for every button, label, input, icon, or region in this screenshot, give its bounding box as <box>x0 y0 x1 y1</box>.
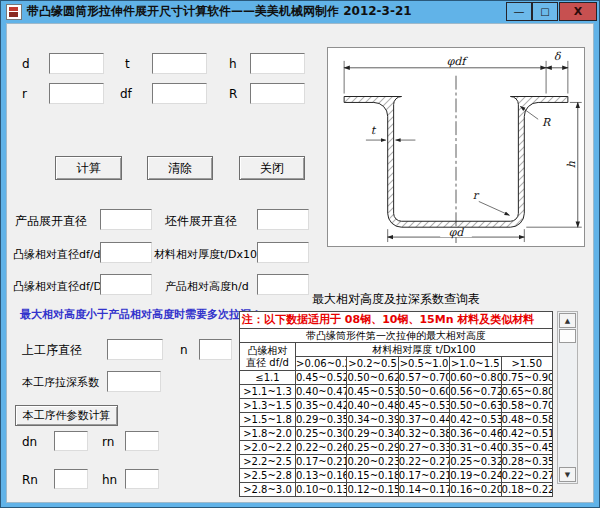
table-head-static: 注：以下数据适用于 08钢、10钢、15Mn 材料及类似材料 带凸缘筒形件第一次… <box>240 312 553 371</box>
table-cell: 0.16~0.20 <box>450 483 501 497</box>
label-dn: dn <box>22 436 37 449</box>
window-title: 带凸缘圆筒形拉伸件展开尺寸计算软件——美美机械网制作 2012-3-21 <box>27 3 412 20</box>
input-flange-ratio-dfd[interactable] <box>100 242 152 263</box>
input-rn[interactable] <box>125 431 159 451</box>
dim-label-flange-diameter: φdf <box>447 55 469 68</box>
row-label: >2.8~3.0 <box>240 483 296 497</box>
table-cell: 0.48~0.58 <box>501 413 552 427</box>
label-rn: rn <box>102 436 114 449</box>
table-row: >2.2~2.50.17~0.210.20~0.230.22~0.270.25~… <box>240 455 553 469</box>
table-cell: 0.25~0.30 <box>296 427 347 441</box>
label-Rn: Rn <box>22 474 38 487</box>
input-upper-step-diameter[interactable] <box>107 339 163 360</box>
table-cell: 0.29~0.34 <box>347 427 398 441</box>
table-cell: 0.32~0.38 <box>398 427 449 441</box>
calculate-button[interactable]: 计算 <box>55 156 122 180</box>
table-cell: 0.50~0.63 <box>450 399 501 413</box>
input-product-diameter[interactable] <box>100 209 152 230</box>
table-cell: 0.37~0.44 <box>398 413 449 427</box>
minimize-button[interactable]: — <box>506 2 532 21</box>
close-action-button[interactable]: 关闭 <box>239 156 305 180</box>
table-scrollbar[interactable]: ▲ ▼ <box>557 311 578 484</box>
label-blank-diameter: 坯件展开直径 <box>165 215 237 228</box>
label-h: h <box>229 58 237 71</box>
multi-draw-warning: 最大相对高度小于产品相对高度时需要多次拉深！ <box>20 307 262 322</box>
table-cell: 0.56~0.72 <box>450 385 501 399</box>
table-cell: 0.17~0.21 <box>296 455 347 469</box>
table-header-row-1: 凸缘相对 直径 df/d 材料相对厚度 t/Dx100 <box>240 343 553 357</box>
input-draw-coefficient[interactable] <box>107 371 161 392</box>
input-r[interactable] <box>49 83 104 104</box>
input-flange-ratio-dfD[interactable] <box>100 274 152 295</box>
flanged-cup-diagram: φdf δ R t h r <box>328 48 584 246</box>
table-row: >1.5~1.80.29~0.350.34~0.390.37~0.440.42~… <box>240 413 553 427</box>
col-header: >0.2~0.5 <box>347 357 398 371</box>
input-t[interactable] <box>152 53 207 74</box>
input-blank-diameter[interactable] <box>257 209 309 230</box>
table-cell: 0.28~0.35 <box>501 455 552 469</box>
table-cell: 0.45~0.52 <box>296 371 347 385</box>
input-df[interactable] <box>152 83 207 104</box>
label-t: t <box>125 58 130 71</box>
table-cell: 0.13~0.16 <box>296 469 347 483</box>
part-cross-section-drawing: φdf δ R t h r <box>327 47 585 247</box>
maximize-button[interactable]: □ <box>532 2 558 21</box>
table-cell: 0.75~0.90 <box>501 371 552 385</box>
scrollbar-thumb[interactable] <box>559 329 576 343</box>
table-cell: 0.25~0.32 <box>450 455 501 469</box>
input-d[interactable] <box>49 53 104 74</box>
table-row: >2.8~3.00.10~0.130.12~0.150.14~0.170.16~… <box>240 483 553 497</box>
table-row: >2.5~2.80.13~0.160.15~0.180.17~0.210.19~… <box>240 469 553 483</box>
table-subtitle: 带凸缘筒形件第一次拉伸的最大相对高度 <box>240 329 553 343</box>
scroll-down-button[interactable]: ▼ <box>559 467 576 482</box>
input-hn[interactable] <box>125 469 159 489</box>
dim-label-delta: δ <box>554 50 562 63</box>
table-cell: 0.45~0.53 <box>347 385 398 399</box>
row-label: >1.3~1.5 <box>240 399 296 413</box>
input-Rn[interactable] <box>54 469 88 489</box>
maximize-icon: □ <box>540 6 549 17</box>
input-n[interactable] <box>199 339 232 360</box>
clear-button[interactable]: 清除 <box>147 156 213 180</box>
table-cell: 0.25~0.29 <box>347 441 398 455</box>
table-cell: 0.35~0.42 <box>296 399 347 413</box>
label-draw-coefficient: 本工序拉深系数 <box>22 376 99 389</box>
close-button[interactable]: X <box>559 2 597 21</box>
table-cell: 0.60~0.80 <box>450 371 501 385</box>
scroll-up-icon: ▲ <box>565 317 570 325</box>
close-icon: X <box>574 5 582 18</box>
table-cell: 0.22~0.27 <box>398 455 449 469</box>
table-title: 最大相对高度及拉深系数查询表 <box>239 291 553 308</box>
input-thickness-ratio[interactable] <box>257 242 309 263</box>
label-thickness-ratio: 材料相对厚度t/Dx100 <box>154 248 264 261</box>
table-cell: 0.10~0.13 <box>296 483 347 497</box>
label-hn: hn <box>102 474 117 487</box>
dim-label-r: r <box>473 189 480 202</box>
table-cell: 0.31~0.40 <box>450 441 501 455</box>
table-cell: 0.40~0.48 <box>347 399 398 413</box>
table-cell: 0.12~0.15 <box>347 483 398 497</box>
scroll-up-button[interactable]: ▲ <box>559 313 576 328</box>
table-cell: 0.27~0.33 <box>398 441 449 455</box>
input-R[interactable] <box>250 83 305 104</box>
table-cell: 0.35~0.45 <box>501 441 552 455</box>
lookup-table: 注：以下数据适用于 08钢、10钢、15Mn 材料及类似材料 带凸缘筒形件第一次… <box>239 311 553 497</box>
table-cell: 0.29~0.35 <box>296 413 347 427</box>
table-note-row: 注：以下数据适用于 08钢、10钢、15Mn 材料及类似材料 <box>240 312 553 329</box>
col-header: >0.06~0.2 <box>296 357 347 371</box>
table-row: >2.0~2.20.22~0.260.25~0.290.27~0.330.31~… <box>240 441 553 455</box>
table-cell: 0.14~0.17 <box>398 483 449 497</box>
label-df: df <box>120 88 132 101</box>
scroll-down-icon: ▼ <box>565 471 570 479</box>
table-cell: 0.34~0.39 <box>347 413 398 427</box>
dim-label-R: R <box>542 116 551 129</box>
table-cell: 0.22~0.27 <box>501 469 552 483</box>
dim-label-h: h <box>565 160 578 168</box>
table-cell: 0.42~0.51 <box>501 427 552 441</box>
step-parameters-calc-button[interactable]: 本工序件参数计算 <box>15 405 118 426</box>
input-h[interactable] <box>250 53 305 74</box>
table-cell: 0.18~0.22 <box>501 483 552 497</box>
input-dn[interactable] <box>54 431 88 451</box>
col-header: >1.0~1.5 <box>450 357 501 371</box>
table-cell: 0.57~0.70 <box>398 371 449 385</box>
